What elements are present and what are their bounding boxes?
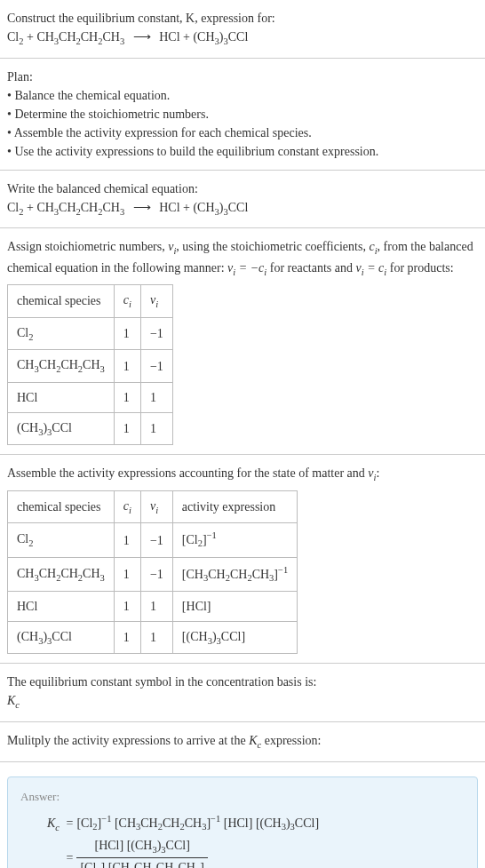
cell-ci: 1 <box>114 591 140 621</box>
cell-nui: 1 <box>140 621 172 654</box>
plan-bullet-3: • Assemble the activity expression for e… <box>7 123 478 142</box>
stoich-t2: , using the stoichiometric coefficients, <box>176 240 369 253</box>
cell-nui: −1 <box>140 350 172 383</box>
rel1: νi = −ci <box>227 261 266 275</box>
activity-heading: Assemble the activity expressions accoun… <box>7 464 478 485</box>
stoich-t5: for products: <box>386 261 453 275</box>
cell-activity: [(CH3)3CCl] <box>172 621 297 654</box>
kc-expression: Kc = [Cl2]−1 [CH3CH2CH2CH3]−1 [HCl] [(CH… <box>47 812 465 868</box>
cell-activity: [Cl2]−1 <box>172 523 297 557</box>
cell-nui: 1 <box>140 382 172 412</box>
table-header-row: chemical species ci νi <box>8 285 173 318</box>
kc-expr-row1: = [Cl2]−1 [CH3CH2CH2CH3]−1 [HCl] [(CH3)3… <box>63 812 320 834</box>
intro-text: Construct the equilibrium constant, K, e… <box>7 9 478 28</box>
kc-expr-row2: = [HCl] [(CH3)3CCl] [Cl2] [CH3CH2CH2CH3] <box>63 836 320 868</box>
multiply-section: Mulitply the activity expressions to arr… <box>0 722 485 762</box>
stoich-text: Assign stoichiometric numbers, νi, using… <box>7 237 478 279</box>
plan-bullet-2: • Determine the stoichiometric numbers. <box>7 105 478 123</box>
answer-section: Answer: Kc = [Cl2]−1 [CH3CH2CH2CH3]−1 [H… <box>0 762 485 868</box>
cell-ci: 1 <box>114 412 140 445</box>
stoich-section: Assign stoichiometric numbers, νi, using… <box>0 228 485 455</box>
intro-equation: Cl2 + CH3CH2CH2CH3 ⟶ HCl + (CH3)3CCl <box>7 28 478 49</box>
table-header-row: chemical species ci νi activity expressi… <box>8 490 298 523</box>
col-nui: νi <box>140 490 172 523</box>
col-ci: ci <box>114 490 140 523</box>
col-nui: νi <box>140 285 172 318</box>
cell-activity: [HCl] <box>172 591 297 621</box>
balanced-section: Write the balanced chemical equation: Cl… <box>0 171 485 229</box>
rel2: νi = ci <box>356 261 387 275</box>
balanced-eq-left: Cl2 + CH3CH2CH2CH3 <box>7 201 124 214</box>
numerator: [HCl] [(CH3)3CCl] <box>76 836 207 858</box>
cell-species: HCl <box>8 591 115 621</box>
kc-symbol: Kc <box>7 691 478 713</box>
col-activity: activity expression <box>172 490 297 523</box>
cell-species: (CH3)3CCl <box>8 621 115 654</box>
cell-ci: 1 <box>114 557 140 591</box>
cell-activity: [CH3CH2CH2CH3]−1 <box>172 557 297 591</box>
answer-box: Answer: Kc = [Cl2]−1 [CH3CH2CH2CH3]−1 [H… <box>7 776 478 868</box>
balanced-equation: Cl2 + CH3CH2CH2CH3 ⟶ HCl + (CH3)3CCl <box>7 198 478 219</box>
table-row: HCl 1 1 <box>8 382 173 412</box>
nu-i: νi <box>168 240 176 253</box>
arrow-icon: ⟶ <box>133 198 151 217</box>
balanced-eq-right: HCl + (CH3)3CCl <box>159 201 248 214</box>
cell-ci: 1 <box>114 523 140 557</box>
table-row: Cl2 1 −1 [Cl2]−1 <box>8 523 298 557</box>
table-row: HCl 1 1 [HCl] <box>8 591 298 621</box>
stoich-t1: Assign stoichiometric numbers, <box>7 240 168 253</box>
intro-line1: Construct the equilibrium constant, K, e… <box>7 12 275 25</box>
cell-species: Cl2 <box>8 523 115 557</box>
cell-nui: 1 <box>140 591 172 621</box>
col-ci: ci <box>114 285 140 318</box>
activity-table: chemical species ci νi activity expressi… <box>7 490 298 655</box>
cell-species: (CH3)3CCl <box>8 412 115 445</box>
stoich-t4: for reactants and <box>266 261 355 275</box>
plan-heading: Plan: <box>7 68 478 86</box>
cell-nui: −1 <box>140 317 172 350</box>
cell-nui: −1 <box>140 523 172 557</box>
cell-ci: 1 <box>114 621 140 654</box>
arrow-icon: ⟶ <box>133 28 151 46</box>
table-row: (CH3)3CCl 1 1 [(CH3)3CCl] <box>8 621 298 654</box>
cell-ci: 1 <box>114 317 140 350</box>
col-species: chemical species <box>8 490 115 523</box>
intro-eq-right: HCl + (CH3)3CCl <box>159 30 248 44</box>
kc-heading: The equilibrium constant symbol in the c… <box>7 673 478 691</box>
cell-species: CH3CH2CH2CH3 <box>8 557 115 591</box>
table-row: CH3CH2CH2CH3 1 −1 [CH3CH2CH2CH3]−1 <box>8 557 298 591</box>
c-i: ci <box>369 240 377 253</box>
answer-label: Answer: <box>20 788 465 806</box>
cell-species: HCl <box>8 382 115 412</box>
table-row: (CH3)3CCl 1 1 <box>8 412 173 445</box>
eq-sign: = <box>67 848 74 867</box>
balanced-heading: Write the balanced chemical equation: <box>7 179 478 198</box>
stoich-table: chemical species ci νi Cl2 1 −1 CH3CH2CH… <box>7 284 173 445</box>
intro-eq-left: Cl2 + CH3CH2CH2CH3 <box>7 30 124 44</box>
table-row: Cl2 1 −1 <box>8 317 173 350</box>
kc-lhs: Kc <box>47 812 63 835</box>
denominator: [Cl2] [CH3CH2CH2CH3] <box>76 858 207 868</box>
eq-sign: = <box>67 814 74 832</box>
plan-bullet-4: • Use the activity expressions to build … <box>7 142 478 161</box>
cell-nui: −1 <box>140 557 172 591</box>
multiply-heading: Mulitply the activity expressions to arr… <box>7 731 478 753</box>
kc-section: The equilibrium constant symbol in the c… <box>0 664 485 722</box>
col-species: chemical species <box>8 285 115 318</box>
expr1: [Cl2]−1 [CH3CH2CH2CH3]−1 [HCl] [(CH3)3CC… <box>76 812 319 834</box>
cell-nui: 1 <box>140 412 172 445</box>
cell-ci: 1 <box>114 382 140 412</box>
plan-bullet-1: • Balance the chemical equation. <box>7 86 478 105</box>
cell-species: CH3CH2CH2CH3 <box>8 350 115 383</box>
table-row: CH3CH2CH2CH3 1 −1 <box>8 350 173 383</box>
cell-species: Cl2 <box>8 317 115 350</box>
intro-section: Construct the equilibrium constant, K, e… <box>0 0 485 59</box>
plan-section: Plan: • Balance the chemical equation. •… <box>0 59 485 171</box>
activity-section: Assemble the activity expressions accoun… <box>0 455 485 664</box>
cell-ci: 1 <box>114 350 140 383</box>
fraction: [HCl] [(CH3)3CCl] [Cl2] [CH3CH2CH2CH3] <box>76 836 207 868</box>
